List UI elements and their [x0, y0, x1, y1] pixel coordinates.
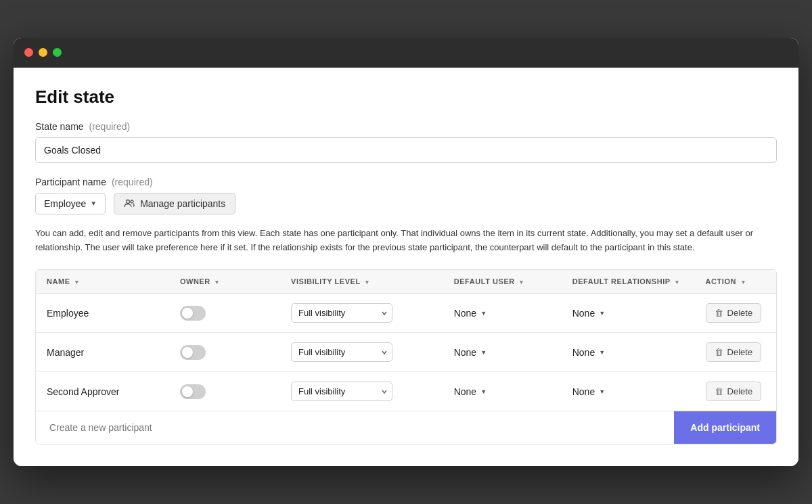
- col-header-owner: OWNER ▾: [169, 270, 280, 294]
- owner-toggle-0[interactable]: [180, 306, 206, 321]
- delete-button-1[interactable]: 🗑 Delete: [706, 342, 762, 362]
- participants-table-container: NAME ▾ OWNER ▾ VISIBILITY LEVEL ▾ DEFA: [35, 269, 777, 444]
- cell-name-2: Second Approver: [36, 372, 169, 411]
- trash-icon: 🗑: [715, 308, 723, 318]
- default-user-dropdown-2[interactable]: None ▼: [454, 386, 487, 397]
- participants-table: NAME ▾ OWNER ▾ VISIBILITY LEVEL ▾ DEFA: [36, 270, 776, 411]
- svg-point-1: [131, 200, 133, 203]
- caret-icon: ▼: [599, 349, 605, 356]
- participant-name-label: Participant name (required): [35, 177, 777, 187]
- col-header-default-relationship: DEFAULT RELATIONSHIP ▾: [562, 270, 695, 294]
- minimize-button[interactable]: [39, 48, 47, 57]
- cell-default-rel-0: None ▼: [562, 294, 695, 333]
- table-row: Employee Full visibility No visibility P…: [36, 294, 776, 333]
- maximize-button[interactable]: [53, 48, 62, 57]
- default-user-dropdown-0[interactable]: None ▼: [454, 308, 487, 319]
- cell-name-0: Employee: [36, 294, 169, 333]
- trash-icon: 🗑: [715, 386, 723, 396]
- cell-action-0: 🗑 Delete: [695, 294, 776, 333]
- cell-default-user-2: None ▼: [443, 372, 562, 411]
- state-name-input[interactable]: [35, 137, 777, 163]
- sort-icon-name[interactable]: ▾: [75, 279, 79, 285]
- col-header-default-user: DEFAULT USER ▾: [443, 270, 562, 294]
- delete-button-0[interactable]: 🗑 Delete: [706, 303, 762, 323]
- cell-owner-0: [169, 294, 280, 333]
- caret-icon: ▼: [599, 310, 605, 317]
- delete-button-2[interactable]: 🗑 Delete: [706, 382, 762, 401]
- cell-action-2: 🗑 Delete: [695, 372, 776, 411]
- sort-icon-action[interactable]: ▾: [742, 279, 746, 285]
- default-relationship-dropdown-2[interactable]: None ▼: [572, 386, 605, 397]
- cell-default-user-1: None ▼: [443, 333, 562, 372]
- info-text: You can add, edit and remove participant…: [35, 227, 777, 255]
- visibility-select-2[interactable]: Full visibility No visibility Partial vi…: [291, 382, 392, 401]
- titlebar: [14, 38, 798, 68]
- default-user-dropdown-1[interactable]: None ▼: [454, 347, 487, 358]
- default-relationship-dropdown-1[interactable]: None ▼: [572, 347, 605, 358]
- trash-icon: 🗑: [715, 347, 723, 357]
- cell-default-rel-2: None ▼: [562, 372, 695, 411]
- cell-visibility-2: Full visibility No visibility Partial vi…: [280, 372, 443, 411]
- table-header-row: NAME ▾ OWNER ▾ VISIBILITY LEVEL ▾ DEFA: [36, 270, 776, 294]
- visibility-select-1[interactable]: Full visibility No visibility Partial vi…: [291, 342, 392, 362]
- sort-icon-visibility[interactable]: ▾: [365, 279, 369, 285]
- cell-visibility-1: Full visibility No visibility Partial vi…: [280, 333, 443, 372]
- participant-dropdown[interactable]: Employee ▼: [35, 193, 106, 214]
- col-header-visibility: VISIBILITY LEVEL ▾: [280, 270, 443, 294]
- caret-icon: ▼: [480, 388, 487, 395]
- main-content: Edit state State name (required) Partici…: [14, 68, 798, 467]
- caret-icon: ▼: [480, 310, 487, 317]
- chevron-down-icon: ▼: [90, 200, 97, 207]
- manage-participants-button[interactable]: Manage participants: [114, 193, 235, 214]
- col-header-name: NAME ▾: [36, 270, 169, 294]
- owner-toggle-2[interactable]: [180, 384, 206, 399]
- caret-icon: ▼: [599, 388, 605, 395]
- sort-icon-owner[interactable]: ▾: [215, 279, 219, 285]
- add-participant-button[interactable]: Add participant: [674, 411, 776, 444]
- table-row: Manager Full visibility No visibility Pa…: [36, 333, 776, 372]
- sort-icon-default-relationship[interactable]: ▾: [675, 279, 679, 285]
- participant-controls: Employee ▼ Manage participants: [35, 193, 777, 214]
- cell-default-user-0: None ▼: [443, 294, 562, 333]
- add-participant-row: Add participant: [36, 411, 776, 444]
- default-relationship-dropdown-0[interactable]: None ▼: [572, 308, 605, 319]
- table-row: Second Approver Full visibility No visib…: [36, 372, 776, 411]
- owner-toggle-1[interactable]: [180, 345, 206, 360]
- close-button[interactable]: [24, 48, 33, 57]
- state-name-label: State name (required): [35, 121, 777, 132]
- cell-action-1: 🗑 Delete: [695, 333, 776, 372]
- cell-visibility-0: Full visibility No visibility Partial vi…: [280, 294, 443, 333]
- users-icon: [124, 198, 135, 209]
- cell-default-rel-1: None ▼: [562, 333, 695, 372]
- cell-owner-2: [169, 372, 280, 411]
- col-header-action: ACTION ▾: [695, 270, 776, 294]
- cell-name-1: Manager: [36, 333, 169, 372]
- page-title: Edit state: [35, 87, 777, 108]
- app-window: Edit state State name (required) Partici…: [14, 38, 798, 467]
- svg-point-0: [127, 200, 130, 203]
- new-participant-input[interactable]: [36, 411, 674, 444]
- caret-icon: ▼: [480, 349, 487, 356]
- sort-icon-default-user[interactable]: ▾: [520, 279, 524, 285]
- cell-owner-1: [169, 333, 280, 372]
- visibility-select-0[interactable]: Full visibility No visibility Partial vi…: [291, 303, 392, 323]
